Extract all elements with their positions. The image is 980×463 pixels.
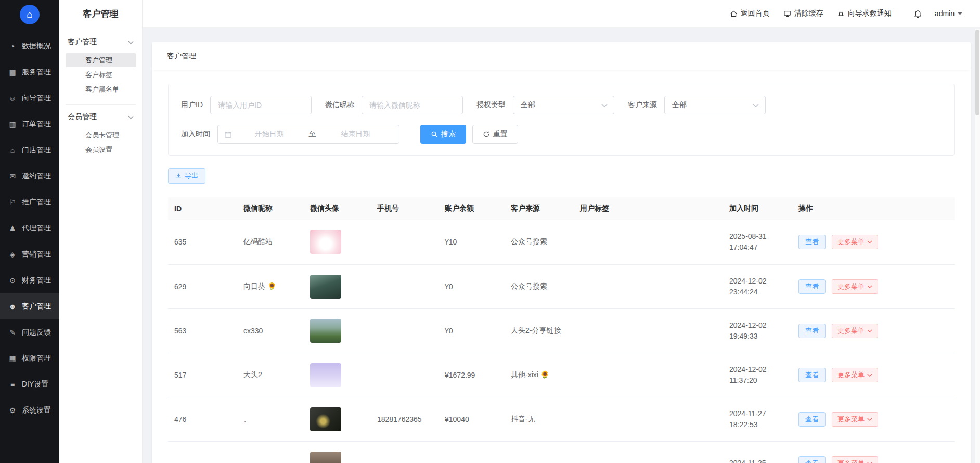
- table-row: 517 大头2 ¥1672.99 其他-xixi 🌻 2024-12-02 11…: [168, 353, 955, 397]
- auth-type-select[interactable]: 全部: [513, 96, 614, 114]
- more-menu-button[interactable]: 更多菜单: [832, 412, 878, 427]
- wechat-avatar-image: [310, 319, 341, 343]
- submenu-group-customer: 客户管理 客户管理 客户标签 客户黑名单: [66, 33, 136, 101]
- cell-nickname: 亿码酷站: [243, 237, 273, 246]
- sidebar-item-data-overview[interactable]: ◔ 数据概况: [0, 33, 59, 59]
- cell-join-time: 2024-12-02 19:49:33: [729, 320, 786, 342]
- sidebar-item-invitation[interactable]: ✉ 邀约管理: [0, 163, 59, 189]
- sidebar-item-system[interactable]: ⚙ 系统设置: [0, 397, 59, 423]
- user-id-label: 用户ID: [181, 100, 203, 110]
- join-time-range-picker[interactable]: 开始日期 至 结束日期: [217, 125, 399, 144]
- submenu-item-customer-blacklist[interactable]: 客户黑名单: [66, 82, 136, 96]
- auth-type-value: 全部: [521, 100, 535, 110]
- sidebar-item-agent[interactable]: ♟ 代理管理: [0, 215, 59, 241]
- topbar: 返回首页 清除缓存 向导求救通知 admin: [143, 0, 980, 28]
- sidebar-item-guide[interactable]: ☺ 向导管理: [0, 85, 59, 111]
- view-button[interactable]: 查看: [798, 324, 826, 338]
- chevron-down-icon: [867, 329, 872, 332]
- filter-user-id: 用户ID: [181, 96, 312, 114]
- envelope-icon: ✉: [8, 172, 17, 181]
- sidebar-item-order[interactable]: ▥ 订单管理: [0, 111, 59, 137]
- export-button[interactable]: 导出: [168, 168, 205, 184]
- wechat-avatar-image: [310, 452, 341, 463]
- submenu-item-customer-tags[interactable]: 客户标签: [66, 68, 136, 82]
- sidebar-item-label: 推广管理: [22, 198, 51, 207]
- submenu-group-label: 客户管理: [68, 37, 97, 47]
- customer-source-select[interactable]: 全部: [664, 96, 766, 114]
- card-body: 用户ID 微信昵称 授权类型 全部: [152, 70, 971, 463]
- chevron-down-icon: [753, 104, 759, 107]
- chevron-down-icon: [867, 374, 872, 377]
- sidebar-item-marketing[interactable]: ◈ 营销管理: [0, 241, 59, 267]
- clear-cache-icon: [783, 10, 791, 18]
- filter-nickname: 微信昵称: [325, 96, 463, 114]
- user-icon: ☺: [8, 94, 17, 102]
- more-menu-button[interactable]: 更多菜单: [832, 279, 878, 294]
- view-button[interactable]: 查看: [798, 279, 826, 294]
- sidebar-item-promotion[interactable]: ⚐ 推广管理: [0, 189, 59, 215]
- cell-nickname: 大头2: [243, 370, 262, 379]
- sidebar-item-finance[interactable]: ⊙ 财务管理: [0, 267, 59, 293]
- main-card: 客户管理 用户ID 微信昵称: [152, 42, 971, 463]
- user-menu[interactable]: admin: [935, 9, 962, 18]
- more-menu-button[interactable]: 更多菜单: [832, 324, 878, 338]
- chevron-down-icon: [128, 115, 134, 119]
- clear-cache-link[interactable]: 清除缓存: [783, 9, 823, 18]
- back-home-label: 返回首页: [741, 9, 770, 18]
- cell-nickname: 、: [243, 415, 251, 423]
- submenu-group-header-customer[interactable]: 客户管理: [66, 33, 136, 52]
- breadcrumb: 客户管理: [152, 42, 971, 70]
- main-area: 返回首页 清除缓存 向导求救通知 admin 客户管理: [143, 0, 980, 463]
- cell-join-time: 2024-12-02 23:44:24: [729, 276, 786, 298]
- cell-id: 563: [174, 327, 186, 335]
- cell-join-time: 2024-11-27 18:22:53: [729, 408, 786, 430]
- view-button[interactable]: 查看: [798, 235, 826, 249]
- chevron-down-icon: [867, 418, 872, 421]
- submenu-item-customer-manage[interactable]: 客户管理: [66, 53, 136, 67]
- customer-source-value: 全部: [672, 100, 687, 110]
- cell-nickname: 向日葵 🌻: [243, 282, 276, 290]
- view-button[interactable]: 查看: [798, 368, 826, 382]
- cell-balance: ¥0: [445, 327, 453, 335]
- sidebar-item-label: 向导管理: [22, 94, 51, 103]
- user-id-input[interactable]: [210, 96, 312, 114]
- cell-join-time: 2024-12-02 11:37:20: [729, 364, 786, 386]
- sidebar-item-feedback[interactable]: ✎ 问题反馈: [0, 319, 59, 345]
- more-menu-button[interactable]: 更多菜单: [832, 456, 878, 463]
- notification-bell-icon[interactable]: [913, 9, 922, 18]
- submenu-group-header-member[interactable]: 会员管理: [66, 108, 136, 126]
- sidebar-item-diy[interactable]: ≡ DIY设置: [0, 371, 59, 397]
- cell-balance: ¥0: [445, 282, 453, 291]
- customer-source-label: 客户来源: [628, 100, 657, 110]
- nickname-label: 微信昵称: [325, 100, 354, 110]
- reset-button[interactable]: 重置: [472, 125, 518, 144]
- sidebar-item-label: 订单管理: [22, 120, 51, 129]
- app-logo-home-icon[interactable]: ⌂: [20, 5, 40, 24]
- sidebar-item-label: 营销管理: [22, 250, 51, 259]
- filter-join-time: 加入时间 开始日期 至 结束日期: [181, 125, 399, 144]
- sidebar-item-label: 财务管理: [22, 276, 51, 285]
- cell-id: 476: [174, 415, 186, 423]
- view-button[interactable]: 查看: [798, 412, 826, 427]
- caret-down-icon: [958, 12, 962, 15]
- col-header-phone: 手机号: [371, 197, 439, 220]
- sidebar-item-customer[interactable]: ☻ 客户管理: [0, 293, 59, 319]
- siren-icon: [837, 10, 845, 18]
- submenu-item-member-settings[interactable]: 会员设置: [66, 143, 136, 157]
- submenu-children: 会员卡管理 会员设置: [66, 126, 136, 161]
- more-menu-button[interactable]: 更多菜单: [832, 235, 878, 249]
- submenu-item-member-card[interactable]: 会员卡管理: [66, 128, 136, 142]
- clear-cache-label: 清除缓存: [794, 9, 823, 18]
- sos-notice-link[interactable]: 向导求救通知: [837, 9, 892, 18]
- back-home-link[interactable]: 返回首页: [730, 9, 770, 18]
- sidebar-item-permission[interactable]: ▦ 权限管理: [0, 345, 59, 371]
- search-button[interactable]: 搜索: [420, 125, 466, 144]
- sidebar-item-service[interactable]: ▤ 服务管理: [0, 59, 59, 85]
- wechat-avatar-image: [310, 407, 341, 431]
- view-button[interactable]: 查看: [798, 456, 826, 463]
- auth-type-label: 授权类型: [476, 100, 506, 110]
- scrollbar-thumb[interactable]: [975, 30, 979, 115]
- more-menu-button[interactable]: 更多菜单: [832, 368, 878, 382]
- sidebar-item-store[interactable]: ⌂ 门店管理: [0, 137, 59, 163]
- nickname-input[interactable]: [362, 96, 463, 114]
